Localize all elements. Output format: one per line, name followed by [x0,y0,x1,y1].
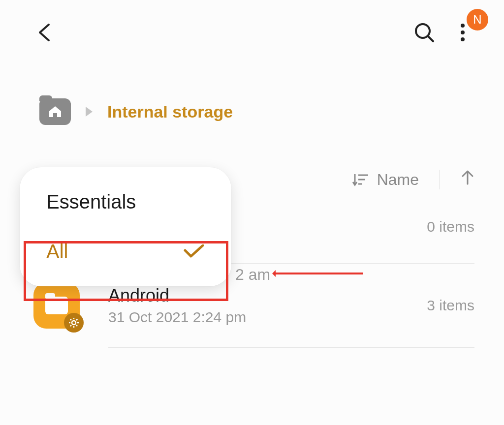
filter-option-essentials[interactable]: Essentials [20,177,231,227]
gear-badge-icon [64,313,84,333]
item-count: 3 items [427,297,474,314]
partial-timestamp: 2 am [235,266,270,284]
search-icon [413,22,435,43]
svg-point-4 [461,37,465,41]
checkmark-icon [183,244,205,259]
top-bar: N [0,0,504,54]
breadcrumb-current[interactable]: Internal storage [107,102,233,121]
chevron-left-icon [37,23,52,42]
svg-line-1 [428,36,433,41]
filter-popup: Essentials All [20,167,231,286]
svg-point-3 [461,30,465,34]
filter-option-label: Essentials [46,191,136,213]
folder-icon [30,278,84,333]
sort-separator [440,170,440,189]
sort-label: Name [377,171,419,189]
svg-marker-5 [86,107,93,117]
home-icon [48,105,62,118]
back-button[interactable] [34,23,54,42]
svg-line-18 [70,325,71,326]
more-options-button[interactable]: N [451,21,474,44]
item-subtitle: 31 Oct 2021 2:24 pm [108,309,427,326]
svg-point-11 [72,321,76,325]
sort-direction-button[interactable] [461,169,474,190]
item-count: 0 items [427,218,474,235]
svg-line-17 [76,325,77,326]
profile-avatar[interactable]: N [467,9,488,30]
svg-line-16 [70,319,71,320]
svg-point-2 [461,24,465,28]
breadcrumb: Internal storage [0,54,504,135]
breadcrumb-home[interactable] [39,98,71,125]
search-button[interactable] [412,21,436,44]
avatar-initial: N [473,13,481,27]
sort-icon [352,172,369,187]
filter-option-all[interactable]: All [20,227,231,276]
more-vertical-icon [460,23,465,42]
arrow-up-icon [461,169,474,186]
sort-button[interactable]: Name [352,171,419,189]
breadcrumb-separator-icon [85,106,94,118]
svg-line-19 [76,319,77,320]
filter-option-label: All [46,241,68,263]
item-title: Android [108,285,427,306]
